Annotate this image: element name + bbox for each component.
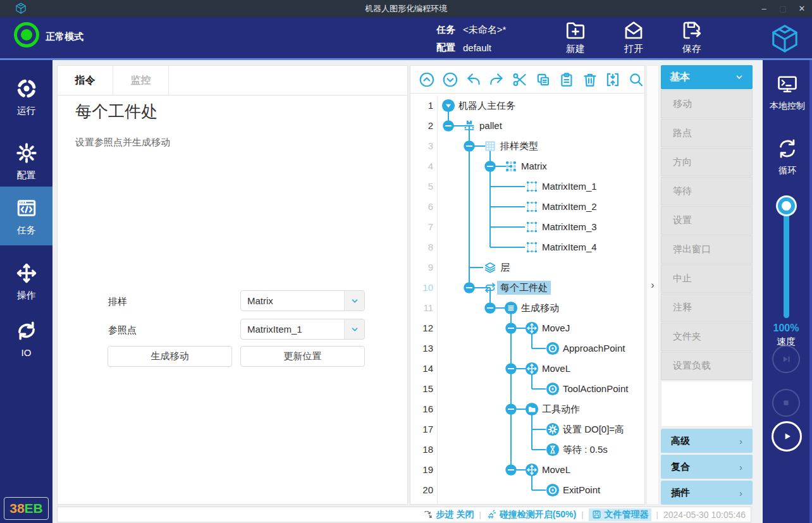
collapse-node-icon[interactable] xyxy=(505,403,517,415)
statusbar: 步进 关闭|碰撞检测开启(50%)|文件管理器|2024-05-30 10:05… xyxy=(57,507,751,522)
refpoint-dropdown-value: MatrixItem_1 xyxy=(241,324,344,335)
search-icon[interactable] xyxy=(628,71,644,88)
open-icon xyxy=(622,19,645,42)
chevron-right-icon: › xyxy=(739,488,742,498)
run-icon xyxy=(15,77,38,100)
io-icon xyxy=(15,319,38,342)
status-badge: 38EB xyxy=(4,497,49,520)
palette-header-basic[interactable]: 基本 xyxy=(661,65,753,89)
config-icon xyxy=(15,142,38,164)
tab-instruction[interactable]: 指令 xyxy=(58,66,113,95)
tree-row-Matrix[interactable]: 4Matrix xyxy=(410,156,644,176)
tree-row-机器人主任务[interactable]: 1机器人主任务 xyxy=(410,95,644,116)
cycle-button[interactable]: 循环 xyxy=(763,137,812,176)
new-icon xyxy=(564,19,587,42)
pattern-dropdown-value: Matrix xyxy=(241,295,344,306)
palette-item-移动[interactable]: 移动 xyxy=(661,90,753,118)
palette-item-路点[interactable]: 路点 xyxy=(661,119,753,147)
tree-row-MatrixItem_4[interactable]: 8MatrixItem_4 xyxy=(410,237,644,257)
collapse-node-icon[interactable] xyxy=(463,281,476,294)
sidebar-item-配置[interactable]: 配置 xyxy=(0,140,52,181)
paste-icon[interactable] xyxy=(558,71,575,88)
tree-row-MoveL[interactable]: 19MoveL xyxy=(410,460,644,480)
move-icon xyxy=(525,321,539,335)
tree-node-label: MatrixItem_1 xyxy=(542,180,597,194)
tree-row-等待 : 0.5s[interactable]: 18等待 : 0.5s xyxy=(410,440,644,460)
new-task-button[interactable]: 新建 xyxy=(557,19,594,55)
tree-row-MoveL[interactable]: 14MoveL xyxy=(410,359,644,379)
speed-slider-handle[interactable] xyxy=(778,197,795,214)
statusbar-item-3[interactable]: 文件管理器 xyxy=(589,508,651,521)
tree-node-label: ToolActionPoint xyxy=(563,382,628,396)
palette-group-插件[interactable]: 插件› xyxy=(661,481,753,505)
app-logo-small-icon xyxy=(15,3,27,14)
tree-row-MatrixItem_3[interactable]: 7MatrixItem_3 xyxy=(410,217,644,237)
tree-row-MatrixItem_1[interactable]: 5MatrixItem_1 xyxy=(410,176,644,197)
palette-item-设置负载[interactable]: 设置负载 xyxy=(661,352,753,380)
tree-row-设置 DO[0]=高[interactable]: 17设置 DO[0]=高 xyxy=(410,419,644,440)
local-control-button[interactable]: 本地控制 xyxy=(763,73,812,112)
tree-row-MoveJ[interactable]: 12MoveJ xyxy=(410,318,644,338)
stop-button[interactable] xyxy=(772,389,800,417)
collapse-node-icon[interactable] xyxy=(505,322,517,335)
undo-icon[interactable] xyxy=(465,71,482,88)
palette-item-设置[interactable]: 设置 xyxy=(661,206,753,235)
tree-row-层[interactable]: 9层 xyxy=(410,257,644,278)
collapse-node-icon[interactable] xyxy=(505,362,517,375)
skip-end-button[interactable] xyxy=(772,345,800,373)
tree-node-label: MatrixItem_3 xyxy=(542,220,597,234)
maximize-icon[interactable]: ▢ xyxy=(778,4,788,13)
collapse-node-icon[interactable] xyxy=(484,160,496,173)
tree-row-ToolActionPoint[interactable]: 15ToolActionPoint xyxy=(410,379,644,399)
tree-row-pallet[interactable]: 2pallet xyxy=(410,116,644,136)
palette-item-文件夹[interactable]: 文件夹 xyxy=(661,323,753,351)
palette-item-中止[interactable]: 中止 xyxy=(661,264,753,293)
palette-item-注释[interactable]: 注释 xyxy=(661,293,753,322)
redo-icon[interactable] xyxy=(488,71,505,88)
tree-line-number: 3 xyxy=(410,140,433,151)
collapse-node-icon[interactable] xyxy=(442,120,455,132)
fold-icon[interactable] xyxy=(605,71,621,88)
statusbar-item-2[interactable]: 碰撞检测开启(50%) xyxy=(486,509,576,520)
close-icon[interactable]: ✕ xyxy=(797,4,807,13)
open-task-button[interactable]: 打开 xyxy=(615,19,653,55)
palette-item-方向[interactable]: 方向 xyxy=(661,148,753,176)
collapse-node-icon[interactable] xyxy=(484,302,496,314)
statusbar-item-1[interactable]: 步进 关闭 xyxy=(423,509,474,520)
tree-node-label: 排样类型 xyxy=(500,139,538,153)
pattern-dropdown[interactable]: Matrix xyxy=(240,290,365,311)
sidebar-item-IO[interactable]: IO xyxy=(0,318,52,359)
update-position-button[interactable]: 更新位置 xyxy=(240,346,365,367)
collapse-panel-icon[interactable]: › xyxy=(651,280,654,291)
tab-monitor[interactable]: 监控 xyxy=(113,66,169,95)
collapse-node-icon[interactable] xyxy=(463,140,476,152)
play-button[interactable] xyxy=(772,421,802,452)
palette-item-等待[interactable]: 等待 xyxy=(661,177,753,206)
chevron-down-circle-icon[interactable] xyxy=(442,71,458,88)
palette-group-复合[interactable]: 复合› xyxy=(661,455,753,479)
tree-row-生成移动[interactable]: 11生成移动 xyxy=(410,298,644,318)
tree-row-每个工件处[interactable]: 10每个工件处 xyxy=(410,278,644,298)
trash-icon[interactable] xyxy=(582,71,598,88)
tree-row-工具动作[interactable]: 16工具动作 xyxy=(410,399,644,419)
minimize-icon[interactable]: – xyxy=(759,4,769,13)
tree-row-MatrixItem_2[interactable]: 6MatrixItem_2 xyxy=(410,197,644,217)
tree-row-ExitPoint[interactable]: 20ExitPoint xyxy=(410,480,644,500)
palette-item-弹出窗口[interactable]: 弹出窗口 xyxy=(661,235,753,264)
tree-row-ApproachPoint[interactable]: 13ApproachPoint xyxy=(410,338,644,359)
collapse-node-icon[interactable] xyxy=(505,464,517,476)
copy-icon[interactable] xyxy=(535,71,551,88)
refpoint-dropdown[interactable]: MatrixItem_1 xyxy=(240,319,365,340)
sidebar-item-任务[interactable]: 任务 xyxy=(0,187,52,245)
save-task-button[interactable]: 保存 xyxy=(673,19,711,55)
chevron-up-circle-icon[interactable] xyxy=(419,71,435,88)
cut-icon[interactable] xyxy=(512,71,528,88)
waypoint-icon xyxy=(546,382,560,396)
speed-value: 100% xyxy=(763,323,809,334)
generate-move-button[interactable]: 生成移动 xyxy=(108,346,232,367)
speed-slider-track[interactable] xyxy=(784,206,789,318)
tree-row-排样类型[interactable]: 3排样类型 xyxy=(410,136,644,156)
sidebar-item-操作[interactable]: 操作 xyxy=(0,261,52,301)
palette-group-高级[interactable]: 高级› xyxy=(661,429,753,453)
sidebar-item-运行[interactable]: 运行 xyxy=(0,76,52,116)
